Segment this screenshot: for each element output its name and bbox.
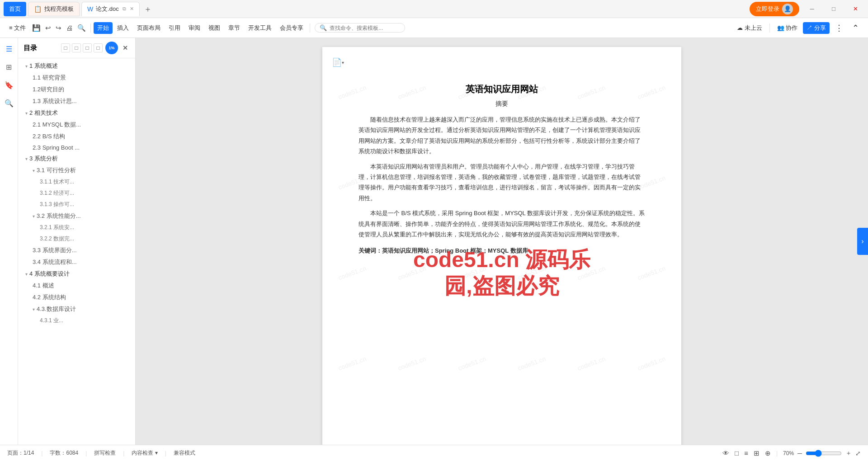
toolbar-item-开始[interactable]: 开始 xyxy=(94,22,113,34)
zoom-level: 70% xyxy=(783,450,794,456)
tab-home[interactable]: 首页 xyxy=(4,2,26,16)
grid-view-icon[interactable]: ⊞ xyxy=(754,449,760,457)
outline-view-icon[interactable]: ≡ xyxy=(744,449,748,457)
collab-icon: 👥 xyxy=(777,24,784,31)
compat-mode: 兼容模式 xyxy=(174,449,195,457)
toc-label-7: 2.3 Spring Boot ... xyxy=(33,144,80,151)
toc-item-22[interactable]: 4.3.1 业... xyxy=(18,315,135,326)
content-check[interactable]: 内容检查 ▾ xyxy=(132,449,157,457)
toc-item-5[interactable]: 2.1 MYSQL 数据... xyxy=(18,119,135,131)
toc-collapse-all[interactable]: □ xyxy=(61,43,70,52)
zoom-slider[interactable] xyxy=(806,450,842,457)
toc-item-10[interactable]: 3.1.1 技术可... xyxy=(18,176,135,188)
win-close-button[interactable]: ✕ xyxy=(846,2,864,16)
toolbar-undo-icon[interactable]: ↩ xyxy=(43,22,53,34)
toc-options[interactable]: □ xyxy=(94,43,103,52)
search-input[interactable] xyxy=(330,25,393,31)
toolbar-file[interactable]: ≡ 文件 xyxy=(5,22,29,34)
tab-template[interactable]: 📋 找程亮模板 xyxy=(28,2,80,16)
float-action-button[interactable]: › xyxy=(857,228,868,255)
toc-item-14[interactable]: 3.2.1 系统安... xyxy=(18,222,135,233)
win-restore-button[interactable]: □ xyxy=(825,2,843,16)
toc-list-view[interactable]: □ xyxy=(83,43,92,52)
toc-chevron-0: ▾ xyxy=(25,64,28,69)
win-min-button[interactable]: ─ xyxy=(803,2,821,16)
doc-subtitle: 摘要 xyxy=(359,100,645,108)
progress-text: 1% xyxy=(108,46,114,50)
toolbar-item-视图[interactable]: 视图 xyxy=(205,22,224,34)
sidebar-nav-icon[interactable]: ⊞ xyxy=(2,60,16,74)
toc-label-8: 3 系统分析 xyxy=(29,155,58,163)
cloud-label: 未上云 xyxy=(745,24,762,31)
eye-icon[interactable]: 👁 xyxy=(722,449,729,457)
file-label: 文件 xyxy=(14,24,26,31)
toolbar-redo-icon[interactable]: ↪ xyxy=(54,22,63,34)
watermark-28: code51.cn xyxy=(548,401,635,445)
main-content: ☰ ⊞ 🔖 🔍 目录 □ □ □ □ 1% ✕ ▾ 1 系统概述1.1 研究背景… xyxy=(0,38,868,445)
zoom-control[interactable]: 70% ─ ＋ ⤢ xyxy=(783,449,861,457)
toolbar-item-插入[interactable]: 插入 xyxy=(113,22,132,34)
doc-area[interactable]: code51.cncode51.cncode51.cncode51.cncode… xyxy=(136,38,868,445)
toc-chevron-18: ▾ xyxy=(25,272,28,277)
toc-item-8[interactable]: ▾ 3 系统分析 xyxy=(18,153,135,165)
fullscreen-icon[interactable]: ⊕ xyxy=(765,449,771,457)
toc-item-15[interactable]: 3.2.2 数据完... xyxy=(18,233,135,245)
cloud-button[interactable]: ☁ 未上云 xyxy=(733,22,766,34)
more-button[interactable]: ⋮ xyxy=(831,21,847,35)
login-button[interactable]: 立即登录 👤 xyxy=(750,2,799,16)
toc-item-2[interactable]: 1.2研究目的 xyxy=(18,84,135,95)
toc-item-4[interactable]: ▾ 2 相关技术 xyxy=(18,107,135,119)
zoom-increase[interactable]: ＋ xyxy=(844,449,854,457)
toc-item-13[interactable]: ▾ 3.2 系统性能分... xyxy=(18,210,135,222)
toolbar-item-页面布局[interactable]: 页面布局 xyxy=(133,22,164,34)
toc-item-18[interactable]: ▾ 4 系统概要设计 xyxy=(18,268,135,280)
toc-close-button[interactable]: ✕ xyxy=(121,43,130,52)
toc-item-6[interactable]: 2.2 B/S 结构 xyxy=(18,131,135,142)
page-document-icon[interactable]: 📄 ▾ xyxy=(331,56,344,69)
sidebar-toc-icon[interactable]: ☰ xyxy=(2,42,16,56)
keywords-value: 英语知识应用网站；Spring Boot 框架；MYSQL 数据库 xyxy=(382,247,528,254)
tab-doc[interactable]: W 论文.doc ⧉ ✕ xyxy=(81,2,140,16)
zoom-decrease[interactable]: ─ xyxy=(796,450,804,457)
fullscreen-expand[interactable]: ⤢ xyxy=(855,450,861,457)
collab-button[interactable]: 👥 协作 xyxy=(774,22,802,34)
toolbar-item-会员专享[interactable]: 会员专享 xyxy=(276,22,307,34)
toc-item-17[interactable]: 3.4 系统流程和... xyxy=(18,256,135,268)
toc-item-16[interactable]: 3.3 系统界面分... xyxy=(18,245,135,256)
user-avatar: 👤 xyxy=(782,4,793,14)
toolbar-view-icon[interactable]: 🔍 xyxy=(75,22,88,34)
page-view-icon[interactable]: □ xyxy=(735,449,739,457)
toc-item-3[interactable]: 1.3 系统设计思... xyxy=(18,95,135,107)
toc-item-20[interactable]: 4.2 系统结构 xyxy=(18,292,135,303)
toc-item-9[interactable]: ▾ 3.1 可行性分析 xyxy=(18,165,135,176)
doc-restore-icon[interactable]: ⧉ xyxy=(123,6,126,12)
toc-expand-all[interactable]: □ xyxy=(72,43,81,52)
toolbar-print-icon[interactable]: 🖨 xyxy=(64,22,75,33)
toc-item-0[interactable]: ▾ 1 系统概述 xyxy=(18,60,135,72)
share-button[interactable]: ↗ 分享 xyxy=(803,22,830,34)
spell-check[interactable]: 拼写检查 xyxy=(94,449,116,457)
toc-item-1[interactable]: 1.1 研究背景 xyxy=(18,72,135,84)
toolbar-save-icon[interactable]: 💾 xyxy=(30,22,42,34)
toc-item-21[interactable]: ▾ 4.3.数据库设计 xyxy=(18,303,135,315)
toc-chevron-9: ▾ xyxy=(33,168,35,173)
add-tab-button[interactable]: ＋ xyxy=(142,3,154,15)
expand-button[interactable]: ⌃ xyxy=(849,21,863,35)
toc-label-15: 3.2.2 数据完... xyxy=(40,235,74,243)
toolbar-item-章节[interactable]: 章节 xyxy=(225,22,244,34)
status-end: 👁 □ ≡ ⊞ ⊕ | 70% ─ ＋ ⤢ xyxy=(722,449,861,457)
toolbar-item-开发工具[interactable]: 开发工具 xyxy=(245,22,275,34)
toc-item-7[interactable]: 2.3 Spring Boot ... xyxy=(18,142,135,153)
sidebar-search-icon[interactable]: 🔍 xyxy=(2,96,16,110)
doc-close-icon[interactable]: ✕ xyxy=(130,6,134,12)
doc-keywords: 关键词：英语知识应用网站；Spring Boot 框架；MYSQL 数据库 xyxy=(359,247,645,255)
toolbar-item-引用[interactable]: 引用 xyxy=(165,22,184,34)
toc-item-19[interactable]: 4.1 概述 xyxy=(18,280,135,292)
toc-item-11[interactable]: 3.1.2 经济可... xyxy=(18,188,135,199)
toolbar-item-审阅[interactable]: 审阅 xyxy=(185,22,204,34)
toc-item-12[interactable]: 3.1.3 操作可... xyxy=(18,199,135,210)
sidebar-bookmark-icon[interactable]: 🔖 xyxy=(2,78,16,92)
toolbar-search-box[interactable]: 🔍 xyxy=(315,23,405,33)
doc-para-1: 随着信息技术在管理上越来越深入而广泛的应用，管理信息系统的实施在技术上已逐步成熟… xyxy=(359,114,645,157)
toc-label-5: 2.1 MYSQL 数据... xyxy=(33,121,81,129)
